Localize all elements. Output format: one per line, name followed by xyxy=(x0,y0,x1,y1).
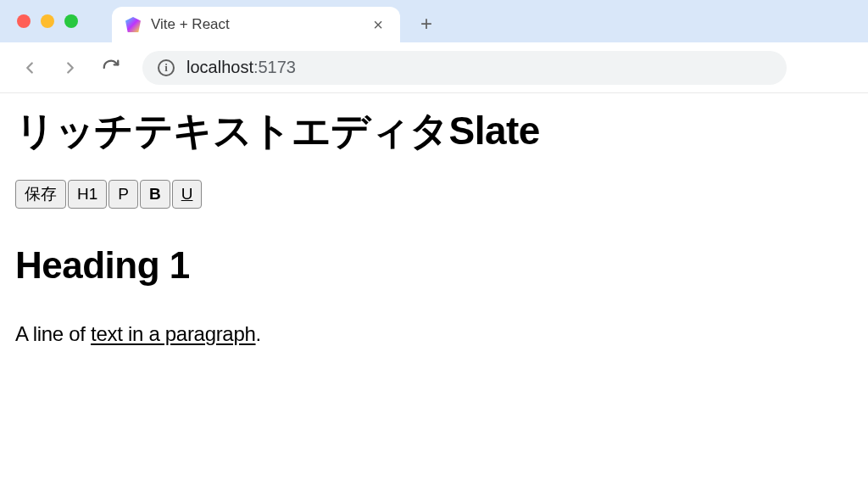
underline-button[interactable]: U xyxy=(172,180,203,209)
minimize-window-button[interactable] xyxy=(41,14,54,28)
close-window-button[interactable] xyxy=(17,14,31,28)
url-text: localhost:5173 xyxy=(186,58,296,77)
save-button[interactable]: 保存 xyxy=(15,180,66,209)
browser-tab[interactable]: Vite + React × xyxy=(112,7,400,42)
maximize-window-button[interactable] xyxy=(64,14,78,28)
editor-heading[interactable]: Heading 1 xyxy=(15,244,853,287)
editor-paragraph[interactable]: A line of text in a paragraph. xyxy=(15,322,853,346)
browser-toolbar: i localhost:5173 xyxy=(0,42,868,93)
paragraph-button[interactable]: P xyxy=(108,180,138,209)
browser-tab-strip: Vite + React × + xyxy=(0,0,868,42)
vite-favicon-icon xyxy=(125,17,141,32)
new-tab-button[interactable]: + xyxy=(420,12,432,36)
back-button[interactable] xyxy=(20,59,39,77)
reload-button[interactable] xyxy=(102,59,120,77)
site-info-icon[interactable]: i xyxy=(158,59,175,76)
bold-button[interactable]: B xyxy=(140,180,170,209)
paragraph-text-after: . xyxy=(256,322,261,345)
paragraph-text-underlined: text in a paragraph xyxy=(91,322,255,345)
address-bar[interactable]: i localhost:5173 xyxy=(142,51,787,85)
editor-area[interactable]: Heading 1 A line of text in a paragraph. xyxy=(15,244,853,346)
forward-button[interactable] xyxy=(61,59,80,77)
close-tab-icon[interactable]: × xyxy=(370,15,387,35)
page-title: リッチテキストエディタSlate xyxy=(15,105,853,158)
editor-toolbar: 保存 H1 P B U xyxy=(15,180,853,209)
tab-title: Vite + React xyxy=(151,16,359,33)
page-content: リッチテキストエディタSlate 保存 H1 P B U Heading 1 A… xyxy=(0,93,868,358)
url-port: :5173 xyxy=(253,58,296,76)
paragraph-text-before: A line of xyxy=(15,322,91,345)
h1-button[interactable]: H1 xyxy=(68,180,107,209)
url-host: localhost xyxy=(186,58,253,76)
window-controls xyxy=(17,14,78,28)
